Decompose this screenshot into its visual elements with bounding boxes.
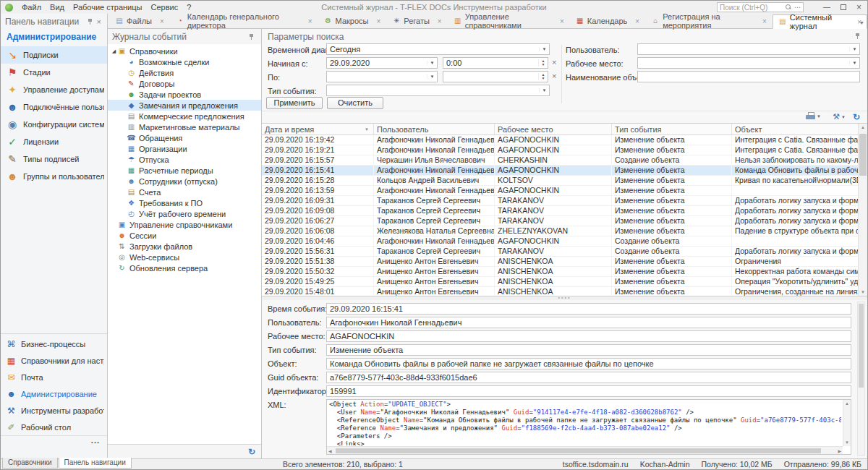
from-date-select[interactable]: 29.09.2020 ▼ — [326, 57, 438, 69]
table-row[interactable]: 29.09.2020 16:09:31Тараканов Сергей Серг… — [262, 196, 867, 206]
close-tab-icon[interactable]: × — [308, 17, 312, 25]
table-row[interactable]: 29.09.2020 16:13:59Агафоночкин Николай Г… — [262, 186, 867, 196]
table-vertical-scrollbar[interactable]: ▲ ▼ — [858, 124, 867, 296]
user-select[interactable]: ▼ — [637, 43, 860, 55]
sidebar-item-Управление доступами[interactable]: ✦Управление доступами — [1, 81, 107, 98]
column-header-Тип события[interactable]: Тип события — [612, 124, 732, 134]
table-row[interactable]: 29.09.2020 16:19:21Агафоночкин Николай Г… — [262, 145, 867, 155]
refresh-icon[interactable]: ↻ — [248, 447, 255, 457]
scroll-up-icon[interactable]: ▲ — [859, 125, 867, 129]
column-header-Рабочее место[interactable]: Рабочее место — [495, 124, 612, 134]
table-row[interactable]: 29.09.2020 16:19:42Агафоночкин Николай Г… — [262, 135, 867, 145]
scroll-up-icon[interactable]: ▲ — [845, 401, 849, 406]
tab-Регистрация на мероприятия[interactable]: ⌂Регистрация на мероприятия× — [645, 14, 773, 28]
tab-Управление справочниками[interactable]: ▥Управление справочниками× — [448, 14, 570, 28]
table-row[interactable]: 29.09.2020 15:49:25Анищенко Антон Евгень… — [262, 277, 867, 287]
sidebar-item-Стадии[interactable]: ⚑Стадии — [1, 64, 107, 81]
scroll-right-icon[interactable]: ▶ — [838, 448, 841, 453]
panel-tab-Панель навигации[interactable]: Панель навигации — [59, 458, 132, 469]
scroll-left-icon[interactable]: ◀ — [328, 448, 332, 453]
sidebar-item-Инструменты разработки[interactable]: ⚒Инструменты разработки — [1, 402, 107, 419]
spinner-icons[interactable]: ▲▼ — [538, 73, 548, 80]
sidebar-item-Лицензии[interactable]: ✓Лицензии — [1, 133, 107, 150]
sidebar-item-Конфигурации системы[interactable]: ◉Конфигурации системы — [1, 116, 107, 133]
tree-item-Сотрудники (отпуска)[interactable]: ☻Сотрудники (отпуска) — [108, 176, 261, 187]
tree-item-Сессии[interactable]: ☻Сессии — [108, 230, 261, 241]
details-scrollbar[interactable] — [857, 302, 865, 456]
menu-item-?[interactable]: ? — [182, 1, 195, 13]
tree-item-Требования к ПО[interactable]: ❖Требования к ПО — [108, 197, 261, 208]
column-header-Пользователь[interactable]: Пользователь — [374, 124, 495, 134]
table-row[interactable]: 29.09.2020 15:51:38Анищенко Антон Евгень… — [262, 257, 867, 267]
tab-Календарь генерального директора[interactable]: ◔Календарь генерального директора× — [170, 14, 318, 28]
sidebar-item-Рабочий стол[interactable]: ✐Рабочий стол — [1, 419, 107, 435]
sidebar-item-Группы и пользователи[interactable]: ☻Группы и пользователи — [1, 168, 107, 185]
sidebar-item-Справочники для настройки[interactable]: ▦Справочники для настройки — [1, 352, 107, 369]
scrollbar-thumb[interactable] — [336, 448, 821, 453]
sidebar-item-Подключённые пользователи[interactable]: ☻Подключённые пользователи — [1, 98, 107, 116]
quick-search-input[interactable]: Поиск (Ctrl+Q) ⋯ — [717, 2, 804, 12]
object-name-input[interactable] — [637, 71, 860, 82]
from-time-spinner[interactable]: 0:00 ▲▼ — [443, 57, 548, 69]
close-tab-icon[interactable]: × — [560, 17, 564, 25]
xml-horizontal-scrollbar[interactable]: ◀ ▶ — [327, 446, 843, 454]
apply-button[interactable]: Применить — [266, 97, 323, 109]
tab-Системный журнал[interactable]: ▤Системный журнал× — [773, 14, 867, 29]
xml-viewer[interactable]: <Object Action="UPDATE_OBJECT"> <User Na… — [326, 399, 851, 455]
clear-to-icon[interactable]: × — [552, 72, 556, 80]
table-row[interactable]: 29.09.2020 16:04:46Агафоночкин Николай Г… — [262, 236, 867, 247]
tree-item-Задачи проектов[interactable]: ☻Задачи проектов — [108, 89, 261, 100]
tree-item-Справочники[interactable]: ◢▣Справочники — [108, 46, 261, 56]
clear-from-icon[interactable]: × — [552, 58, 556, 67]
close-tab-icon[interactable]: × — [635, 17, 639, 25]
menu-item-Вид[interactable]: Вид — [46, 1, 69, 13]
scroll-down-icon[interactable]: ▼ — [859, 290, 867, 294]
tree-item-Действия[interactable]: ◷Действия — [108, 67, 261, 78]
search-options-icon[interactable]: ⋯ — [794, 4, 801, 11]
sidebar-item-Администрирование[interactable]: ☻Администрирование — [1, 385, 107, 402]
tree-item-Возможные сделки[interactable]: ◕Возможные сделки — [108, 56, 261, 67]
close-panel-icon[interactable]: × — [95, 17, 103, 26]
table-row[interactable]: 29.09.2020 16:09:08Тараканов Сергей Серг… — [262, 206, 867, 216]
table-row[interactable]: 29.09.2020 15:48:01Анищенко Антон Евгень… — [262, 287, 867, 296]
print-button[interactable]: ▼ — [806, 112, 821, 120]
xml-vertical-scrollbar[interactable]: ▲ ▼ — [843, 400, 851, 446]
tab-Календарь[interactable]: ▦Календарь× — [570, 14, 645, 28]
tree-item-Управление справочниками[interactable]: ▣Управление справочниками — [108, 219, 261, 230]
event-type-select[interactable]: ▼ — [326, 85, 550, 96]
tree-item-Обращения[interactable]: ☎Обращения — [108, 132, 261, 143]
detail-field-Пользователь:[interactable]: Агафоночкин Николай Геннадьевич — [326, 317, 851, 328]
scrollbar-thumb[interactable] — [859, 134, 867, 176]
tree-item-Обновления сервера[interactable]: ↻Обновления сервера — [108, 262, 261, 273]
clear-button[interactable]: Очистить — [327, 97, 383, 109]
sidebar-item-Почта[interactable]: ✉Почта — [1, 369, 107, 385]
tree-item-Замечания и предложения[interactable]: ◆Замечания и предложения — [108, 100, 261, 111]
tree-item-Маркетинговые материалы[interactable]: ▥Маркетинговые материалы — [108, 121, 261, 132]
sidebar-item-Подписки[interactable]: ↘Подписки — [1, 46, 107, 64]
detail-field-Тип события:[interactable]: Изменение объекта — [326, 344, 851, 356]
tree-item-Счета[interactable]: ▤Счета — [108, 187, 261, 197]
column-header-Дата и время[interactable]: Дата и время▼ — [262, 124, 374, 134]
table-row[interactable]: 29.09.2020 15:50:32Анищенко Антон Евгень… — [262, 267, 867, 277]
detail-field-Время события:[interactable]: 29.09.2020 16:15:41 — [326, 303, 851, 315]
close-tab-icon[interactable]: × — [762, 17, 767, 25]
tree-item-Отпуска[interactable]: ☂Отпуска — [108, 154, 261, 165]
scroll-down-icon[interactable]: ▼ — [845, 440, 849, 445]
expander-icon[interactable]: ◢ — [111, 48, 117, 54]
detail-field-Идентификатор события:[interactable]: 159991 — [326, 385, 851, 397]
minimize-button[interactable]: — — [823, 4, 830, 11]
maximize-button[interactable] — [841, 4, 846, 10]
tree-item-Организации[interactable]: ▦Организации — [108, 143, 261, 154]
tab-Файлы[interactable]: ▤Файлы× — [109, 14, 170, 28]
refresh-button[interactable]: ↻ — [853, 112, 860, 122]
to-time-spinner[interactable]: ▲▼ — [443, 71, 548, 82]
more-buttons-menu[interactable]: ... — [1, 435, 107, 447]
panel-tab-Справочники[interactable]: Справочники — [2, 458, 58, 469]
tab-Регаты[interactable]: ✳Регаты× — [386, 14, 447, 28]
pin-icon[interactable] — [248, 33, 255, 40]
workstation-select[interactable]: ▼ — [637, 57, 860, 69]
tree-item-Коммерческие предложения[interactable]: ▤Коммерческие предложения — [108, 111, 261, 121]
menu-item-Сервис[interactable]: Сервис — [146, 1, 182, 13]
tab-Макросы[interactable]: ⚙Макросы× — [318, 14, 387, 28]
sidebar-item-Типы подписей[interactable]: ✎Типы подписей — [1, 150, 107, 168]
